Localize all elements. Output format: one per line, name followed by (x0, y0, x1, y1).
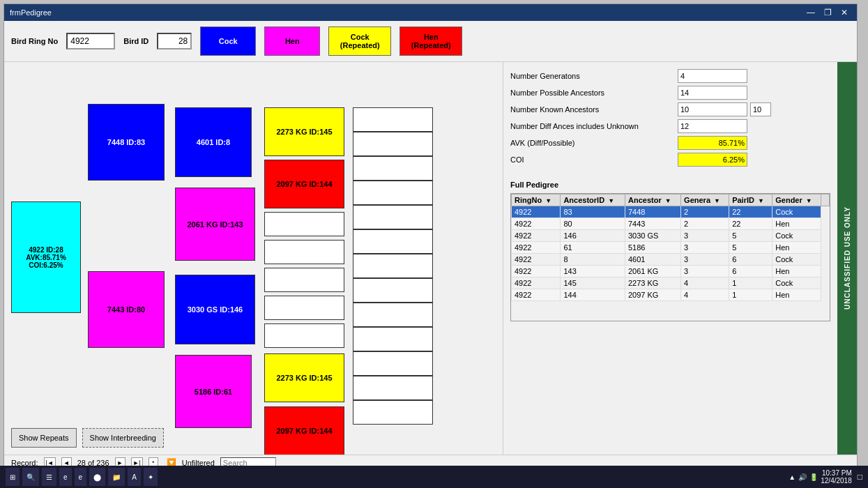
bird-ring-label: Bird Ring No (11, 37, 58, 45)
cell-ring: 4922 (512, 277, 561, 289)
table-row[interactable]: 4922 80 7443 2 22 Hen (512, 218, 830, 230)
stat-gen-label: Number Generatons (510, 72, 678, 80)
clock-date: 12/4/2018 (821, 477, 852, 485)
start-button[interactable]: ⊞ (6, 468, 20, 486)
stat-avk: AVK (Diff/Possible) 85.71% (510, 136, 830, 150)
table-row[interactable]: 4922 145 2273 KG 4 1 Cock (512, 277, 830, 289)
cell-genera: 3 (681, 242, 729, 254)
clock: 10:37 PM 12/4/2018 (821, 469, 852, 485)
ie-btn[interactable]: e (75, 468, 87, 486)
col-ancestor[interactable]: Ancestor ▼ (625, 195, 680, 206)
sound-icon: 🔊 (798, 473, 807, 481)
window-title: frmPedigree (10, 8, 52, 17)
table-row[interactable]: 4922 144 2097 KG 4 1 Hen (512, 289, 830, 301)
table-row[interactable]: 4922 83 7448 2 22 Cock (512, 206, 830, 218)
col-ringno[interactable]: RingNo ▼ (512, 195, 561, 206)
stat-avk-value: 85.71% (678, 136, 747, 150)
stat-coi-label: COI (510, 155, 678, 164)
ped-g4-1 (353, 107, 433, 132)
cell-ring: 4922 (512, 242, 561, 254)
edge-btn[interactable]: e (59, 468, 72, 486)
table-row[interactable]: 4922 143 2061 KG 3 6 Hen (512, 266, 830, 277)
stat-diff-label: Number Diff Ances includes Unknown (510, 122, 678, 130)
cell-ancestorid: 61 (561, 242, 625, 254)
cell-pairid: 6 (729, 266, 772, 277)
cell-pairid: 1 (729, 277, 772, 289)
ped-g4-5 (353, 205, 433, 229)
ped-g4-9 (353, 303, 433, 327)
cell-gender: Cock (772, 230, 821, 242)
cell-genera: 4 (681, 277, 729, 289)
ped-7443[interactable]: 7443 ID:80 (88, 271, 165, 348)
stat-possible-value: 14 (678, 86, 747, 100)
col-genera[interactable]: Genera ▼ (681, 195, 729, 206)
cell-ancestorid: 145 (561, 277, 625, 289)
cell-pairid: 22 (729, 206, 772, 218)
cell-ancestor: 2273 KG (625, 277, 680, 289)
stat-avk-label: AVK (Diff/Possible) (510, 139, 678, 147)
table-row[interactable]: 4922 146 3030 GS 3 5 Cock (512, 230, 830, 242)
ped-3030[interactable]: 3030 GS ID:146 (175, 275, 255, 344)
legend-hen: Hen (264, 26, 320, 56)
maximize-button[interactable]: ❐ (821, 7, 835, 18)
bird-ring-input[interactable] (66, 33, 115, 49)
ped-empty-3 (264, 268, 344, 292)
ped-5186[interactable]: 5186 ID:61 (175, 355, 252, 428)
task-view-btn[interactable]: ☰ (42, 468, 56, 486)
app2-btn[interactable]: ✦ (144, 468, 158, 486)
table-row[interactable]: 4922 61 5186 3 5 Hen (512, 242, 830, 254)
search-taskbar-btn[interactable]: 🔍 (22, 468, 39, 486)
ped-empty-2 (264, 240, 344, 264)
folder-btn[interactable]: 📁 (108, 468, 125, 486)
cell-gender: Cock (772, 206, 821, 218)
ped-2097-top[interactable]: 2097 KG ID:144 (264, 160, 344, 208)
show-interbreeding-button[interactable]: Show Interbreeding (82, 428, 164, 448)
show-repeats-button[interactable]: Show Repeats (11, 428, 77, 448)
stat-coi-value: 6.25% (678, 153, 747, 167)
ped-2273-top[interactable]: 2273 KG ID:145 (264, 107, 344, 156)
minimize-button[interactable]: — (804, 7, 818, 18)
ped-4601[interactable]: 4601 ID:8 (175, 107, 252, 177)
stat-known-value: 10 (678, 102, 747, 116)
cell-ancestor: 7448 (625, 206, 680, 218)
ped-empty-5 (264, 323, 344, 348)
cell-pairid: 5 (729, 242, 772, 254)
cell-genera: 2 (681, 206, 729, 218)
legend-hen-repeated: Hen(Repeated) (399, 26, 462, 56)
cell-ancestorid: 80 (561, 218, 625, 230)
stats-panel: Number Generatons 4 Number Possible Ance… (503, 62, 837, 176)
cell-ancestor: 2097 KG (625, 289, 680, 301)
right-panel: Number Generatons 4 Number Possible Ance… (503, 62, 837, 455)
notification-icon: □ (858, 472, 862, 482)
ped-2061[interactable]: 2061 KG ID:143 (175, 188, 255, 261)
chrome-btn[interactable]: ⬤ (89, 468, 105, 486)
ped-2273-bot[interactable]: 2273 KG ID:145 (264, 353, 344, 402)
cell-gender: Hen (772, 289, 821, 301)
bird-id-input[interactable] (157, 33, 192, 49)
col-ancestorid[interactable]: AncestorID ▼ (561, 195, 625, 206)
cell-pairid: 6 (729, 254, 772, 266)
cell-genera: 2 (681, 218, 729, 230)
cell-ring: 4922 (512, 218, 561, 230)
col-gender[interactable]: Gender ▼ (772, 195, 821, 206)
table-row[interactable]: 4922 8 4601 3 6 Cock (512, 254, 830, 266)
ped-main-bird[interactable]: 4922 ID:28AVK:85.71%COI:6.25% (11, 201, 81, 313)
clock-time: 10:37 PM (821, 469, 852, 477)
cell-ancestorid: 83 (561, 206, 625, 218)
col-pairid[interactable]: PairID ▼ (729, 195, 772, 206)
close-button[interactable]: ✕ (837, 7, 851, 18)
battery-icon: 🔋 (809, 473, 818, 481)
ped-g4-10 (353, 327, 433, 351)
cell-genera: 3 (681, 254, 729, 266)
ped-7448[interactable]: 7448 ID:83 (88, 104, 165, 181)
cell-gender: Hen (772, 242, 821, 254)
ped-2097-bot[interactable]: 2097 KG ID:144 (264, 406, 344, 455)
stat-gen-value: 4 (678, 69, 747, 83)
ped-g4-13 (353, 400, 433, 425)
cell-ring: 4922 (512, 230, 561, 242)
app1-btn[interactable]: A (128, 468, 141, 486)
stat-generations: Number Generatons 4 (510, 69, 830, 83)
content-area: 4922 ID:28AVK:85.71%COI:6.25% 7448 ID:83… (4, 62, 857, 455)
stat-diff: Number Diff Ances includes Unknown 12 (510, 119, 830, 133)
cell-ancestor: 7443 (625, 218, 680, 230)
